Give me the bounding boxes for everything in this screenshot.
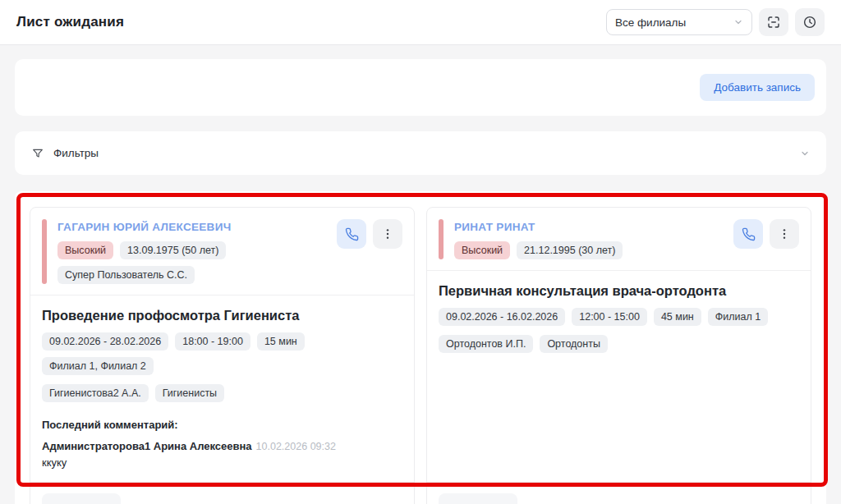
card-footer: Записать — [30, 482, 414, 504]
branch-filter-select[interactable]: Все филиалы — [606, 9, 752, 35]
chevron-down-icon — [733, 17, 743, 27]
kebab-menu-icon — [381, 227, 394, 241]
card-footer: Записать — [427, 482, 811, 504]
duration-tag: 45 мин — [654, 308, 701, 326]
date-range-tag: 09.02.2026 - 28.02.2026 — [42, 332, 168, 351]
app-header: Лист ожидания Все филиалы — [0, 0, 841, 45]
filters-panel[interactable]: Фильтры — [15, 131, 826, 175]
card-more-menu-button[interactable] — [770, 219, 799, 249]
time-range-tag: 12:00 - 15:00 — [572, 308, 647, 326]
comment-author: Администраторова1 Арина Алексеевна — [42, 440, 252, 452]
kebab-menu-icon — [778, 227, 791, 241]
page-title: Лист ожидания — [16, 14, 124, 30]
tag-row: Гигиенистова2 А.А. Гигиенисты — [42, 384, 402, 402]
patient-name-link[interactable]: РИНАТ РИНАТ — [454, 221, 535, 233]
branch-filter-value: Все филиалы — [615, 16, 686, 29]
birth-date-badge: 21.12.1995 (30 лет) — [517, 241, 623, 259]
record-appointment-button[interactable]: Записать — [439, 493, 517, 504]
history-button[interactable] — [795, 8, 825, 36]
card-body: Проведение профосмотра Гигиениста 09.02.… — [30, 296, 414, 482]
service-title: Проведение профосмотра Гигиениста — [42, 308, 402, 323]
tag-row: 09.02.2026 - 28.02.2026 18:00 - 19:00 15… — [42, 332, 402, 375]
waiting-card: ГАГАРИН ЮРИЙ АЛЕКСЕЕВИЧ Высокий 13.09.19… — [30, 207, 415, 504]
filters-label: Фильтры — [53, 147, 99, 159]
last-comment-block: Последний комментарий: Администраторова1… — [42, 419, 402, 469]
call-patient-button[interactable] — [733, 219, 763, 249]
add-record-button[interactable]: Добавить запись — [700, 74, 815, 101]
card-header: ГАГАРИН ЮРИЙ АЛЕКСЕЕВИЧ Высокий 13.09.19… — [30, 208, 414, 296]
call-patient-button[interactable] — [337, 219, 366, 249]
priority-badge: Высокий — [454, 241, 510, 259]
expand-fullscreen-button[interactable] — [759, 8, 788, 36]
priority-accent-bar — [42, 219, 47, 284]
card-header: РИНАТ РИНАТ Высокий 21.12.1995 (30 лет) — [427, 208, 811, 271]
card-body: Первичная консультация врача-ортодонта 0… — [427, 271, 811, 366]
card-header-main: ГАГАРИН ЮРИЙ АЛЕКСЕЕВИЧ Высокий 13.09.19… — [57, 219, 330, 284]
clock-icon — [802, 15, 817, 30]
service-title: Первичная консультация врача-ортодонта — [439, 283, 799, 299]
branch-tag: Филиал 1 — [708, 308, 768, 326]
header-actions: Все филиалы — [606, 8, 825, 36]
comment-text: ккуку — [42, 456, 402, 469]
card-more-menu-button[interactable] — [373, 219, 402, 249]
duration-tag: 15 мин — [257, 332, 305, 351]
phone-icon — [345, 227, 359, 241]
comment-author-row: Администраторова1 Арина Алексеевна10.02.… — [42, 440, 402, 452]
branch-tag: Филиал 1, Филиал 2 — [42, 357, 154, 375]
specialty-tag: Ортодонты — [540, 335, 608, 353]
doctor-tag: Гигиенистова2 А.А. — [42, 384, 149, 402]
doctor-tag: Ортодонтов И.П. — [439, 335, 533, 353]
funnel-icon — [31, 147, 44, 160]
manager-badge: Супер Пользователь С.С. — [57, 266, 195, 284]
waiting-card: РИНАТ РИНАТ Высокий 21.12.1995 (30 лет) — [426, 207, 811, 504]
patient-name-link[interactable]: ГАГАРИН ЮРИЙ АЛЕКСЕЕВИЧ — [57, 221, 231, 233]
card-header-main: РИНАТ РИНАТ Высокий 21.12.1995 (30 лет) — [454, 219, 727, 259]
waiting-list-grid: ГАГАРИН ЮРИЙ АЛЕКСЕЕВИЧ Высокий 13.09.19… — [15, 191, 826, 504]
phone-icon — [742, 227, 756, 241]
priority-badge: Высокий — [57, 241, 113, 259]
birth-date-badge: 13.09.1975 (50 лет) — [120, 241, 226, 259]
date-range-tag: 09.02.2026 - 16.02.2026 — [439, 308, 565, 326]
comment-label: Последний комментарий: — [42, 419, 402, 431]
comment-timestamp: 10.02.2026 09:32 — [256, 441, 336, 452]
scan-expand-icon — [766, 15, 781, 30]
badge-row: Высокий 13.09.1975 (50 лет) Супер Пользо… — [57, 241, 330, 284]
badge-row: Высокий 21.12.1995 (30 лет) — [454, 241, 727, 259]
time-range-tag: 18:00 - 19:00 — [175, 332, 250, 351]
priority-accent-bar — [439, 219, 443, 259]
card-header-actions — [733, 219, 799, 259]
specialty-tag: Гигиенисты — [155, 384, 224, 402]
chevron-down-icon — [800, 149, 810, 158]
tag-row: Ортодонтов И.П. Ортодонты — [439, 335, 799, 353]
actions-panel: Добавить запись — [15, 59, 826, 116]
tag-row: 09.02.2026 - 16.02.2026 12:00 - 15:00 45… — [439, 308, 799, 326]
record-appointment-button[interactable]: Записать — [42, 493, 121, 504]
card-header-actions — [337, 219, 402, 284]
